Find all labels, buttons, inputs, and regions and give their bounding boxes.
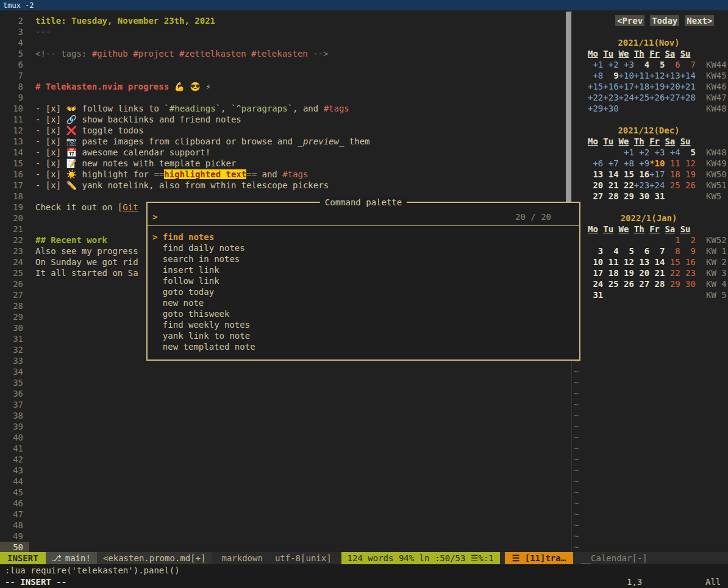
calendar-day[interactable]: +9 (634, 158, 649, 169)
calendar-day[interactable]: +10 (619, 70, 634, 81)
calendar-day[interactable]: 22 (619, 180, 634, 191)
calendar-day[interactable]: 15 (619, 169, 634, 180)
calendar-window[interactable]: <Prev Today Next> 2021/11(Nov)MoTuWeThFr… (573, 10, 728, 552)
calendar-day[interactable]: 7 (649, 246, 665, 257)
calendar-day[interactable]: 18 (665, 169, 680, 180)
calendar-day[interactable]: +14 (680, 70, 696, 81)
calendar-day[interactable]: 25 (603, 278, 618, 289)
calendar-day[interactable]: +25 (634, 92, 649, 103)
calendar-day[interactable]: 25 (665, 180, 680, 191)
calendar-day[interactable]: +20 (665, 81, 680, 92)
palette-item[interactable]: new templated note (148, 341, 579, 352)
calendar-day[interactable]: 21 (603, 180, 618, 191)
calendar-day[interactable]: +23 (603, 92, 618, 103)
command-line[interactable]: :lua require('telekasten').panel() (0, 564, 728, 576)
calendar-day[interactable]: 31 (588, 289, 603, 300)
calendar-day[interactable]: +19 (649, 81, 665, 92)
calendar-day[interactable]: 26 (619, 278, 634, 289)
palette-item[interactable]: find weekly notes (148, 319, 579, 330)
calendar-day[interactable]: 28 (603, 191, 618, 202)
calendar-day[interactable]: 5 (680, 147, 696, 158)
calendar-day[interactable]: 15 (665, 257, 680, 267)
calendar-prev-button[interactable]: <Prev (615, 15, 644, 26)
calendar-day[interactable]: 21 (649, 267, 665, 278)
calendar-day[interactable]: 16 (680, 257, 696, 267)
calendar-day[interactable]: 30 (634, 191, 649, 202)
calendar-day[interactable]: 13 (588, 169, 603, 180)
calendar-day[interactable]: 1 (665, 235, 680, 246)
calendar-day[interactable]: +15 (588, 81, 603, 92)
calendar-day[interactable]: 12 (619, 257, 634, 267)
calendar-day[interactable]: 20 (634, 267, 649, 278)
calendar-day[interactable]: 6 (634, 246, 649, 257)
calendar-day[interactable]: +1 (588, 59, 603, 70)
calendar-today-button[interactable]: Today (650, 15, 679, 26)
scrollbar-thumb[interactable] (566, 12, 571, 202)
tab-indicator-segment[interactable]: ☰ [11]tra… (505, 552, 573, 564)
calendar-day[interactable]: 5 (619, 246, 634, 257)
calendar-day[interactable]: 13 (634, 257, 649, 267)
calendar-day[interactable]: 7 (680, 59, 696, 70)
palette-search-input[interactable] (163, 211, 515, 222)
calendar-day[interactable]: 29 (665, 278, 680, 289)
calendar-day[interactable]: 4 (634, 59, 649, 70)
calendar-day[interactable]: +17 (619, 81, 634, 92)
calendar-day[interactable]: +3 (619, 59, 634, 70)
palette-item[interactable]: new note (148, 297, 579, 308)
calendar-day[interactable]: 14 (649, 257, 665, 267)
calendar-day[interactable]: 22 (665, 267, 680, 278)
calendar-day[interactable]: 31 (649, 191, 665, 202)
calendar-day[interactable]: 9 (603, 70, 618, 81)
calendar-day[interactable]: 2 (680, 235, 696, 246)
calendar-day[interactable]: +6 (588, 158, 603, 169)
calendar-day[interactable]: +1 (619, 147, 634, 158)
calendar-day[interactable]: +24 (649, 180, 665, 191)
git-branch-segment[interactable]: ⎇main! (46, 552, 97, 564)
calendar-day[interactable]: 8 (665, 246, 680, 257)
calendar-day[interactable]: +8 (619, 158, 634, 169)
calendar-day[interactable]: 27 (588, 191, 603, 202)
calendar-day[interactable]: 19 (619, 267, 634, 278)
calendar-day[interactable]: 24 (588, 278, 603, 289)
calendar-day[interactable]: +26 (649, 92, 665, 103)
calendar-day[interactable]: +4 (665, 147, 680, 158)
calendar-day[interactable]: +27 (665, 92, 680, 103)
calendar-day[interactable]: 4 (603, 246, 618, 257)
calendar-day[interactable]: +30 (603, 103, 618, 114)
calendar-day[interactable]: +24 (619, 92, 634, 103)
calendar-day[interactable]: 19 (680, 169, 696, 180)
calendar-day[interactable]: +17 (649, 169, 665, 180)
calendar-next-button[interactable]: Next> (685, 15, 714, 26)
calendar-day[interactable]: +2 (603, 59, 618, 70)
calendar-day[interactable]: 30 (680, 278, 696, 289)
calendar-day[interactable]: 28 (649, 278, 665, 289)
calendar-day[interactable]: 23 (680, 267, 696, 278)
calendar-day[interactable]: +12 (649, 70, 665, 81)
calendar-day[interactable]: 14 (603, 169, 618, 180)
calendar-day[interactable]: 18 (603, 267, 618, 278)
calendar-day[interactable]: 20 (588, 180, 603, 191)
calendar-day[interactable]: +11 (634, 70, 649, 81)
calendar-day[interactable]: +8 (588, 70, 603, 81)
calendar-day[interactable]: *10 (649, 158, 665, 169)
palette-item[interactable]: insert link (148, 264, 579, 275)
palette-item[interactable]: search in notes (148, 253, 579, 264)
calendar-day[interactable]: 9 (680, 246, 696, 257)
calendar-day[interactable]: +18 (634, 81, 649, 92)
palette-item[interactable]: yank link to note (148, 330, 579, 341)
calendar-day[interactable]: 26 (680, 180, 696, 191)
palette-item[interactable]: follow link (148, 275, 579, 286)
calendar-day[interactable]: 5 (649, 59, 665, 70)
palette-item[interactable]: goto thisweek (148, 308, 579, 319)
calendar-day[interactable]: 16 (634, 169, 649, 180)
calendar-day[interactable]: 3 (588, 246, 603, 257)
calendar-day[interactable]: +3 (649, 147, 665, 158)
calendar-day[interactable]: 6 (665, 59, 680, 70)
calendar-day[interactable]: 27 (634, 278, 649, 289)
calendar-day[interactable]: +29 (588, 103, 603, 114)
palette-item[interactable]: >find notes (148, 232, 579, 243)
calendar-day[interactable]: 10 (588, 257, 603, 267)
palette-item[interactable]: goto today (148, 286, 579, 297)
filename-segment[interactable]: <ekasten.promo.md[+] (97, 552, 212, 564)
calendar-day[interactable]: +21 (680, 81, 696, 92)
